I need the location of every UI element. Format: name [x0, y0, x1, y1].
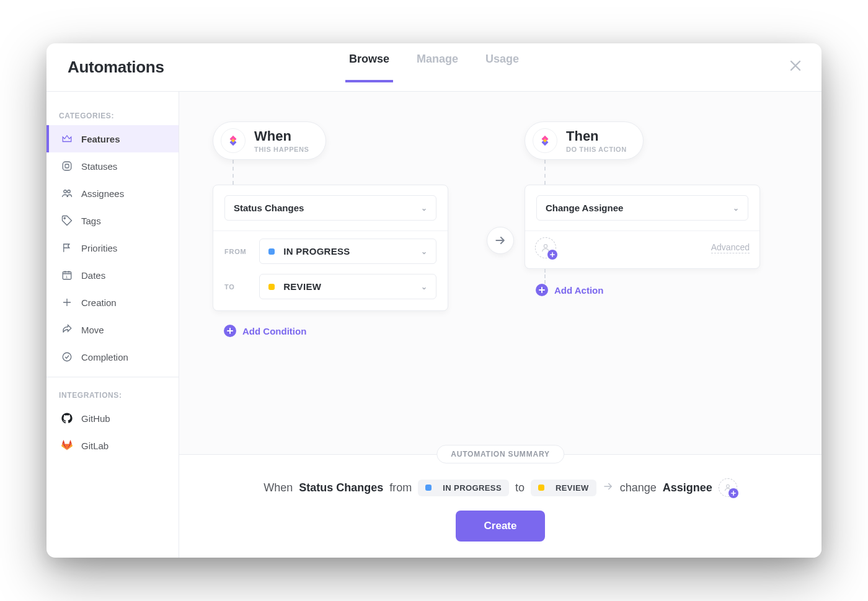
- sidebar-item-assignees[interactable]: Assignees: [46, 180, 179, 207]
- sidebar-item-gitlab[interactable]: GitLab: [46, 432, 179, 459]
- sidebar-categories-label: CATEGORIES:: [46, 104, 179, 125]
- flag-icon: [61, 242, 73, 253]
- automation-summary: AUTOMATION SUMMARY When Status Changes f…: [179, 454, 822, 558]
- status-dot-icon: [425, 485, 432, 491]
- automation-builder: When THIS HAPPENS Status Changes ⌄: [179, 92, 822, 454]
- from-label: FROM: [224, 248, 250, 255]
- sidebar-item-creation[interactable]: Creation: [46, 289, 179, 316]
- add-action-label: Add Action: [554, 285, 603, 296]
- sidebar-item-label: Move: [81, 325, 104, 335]
- chevron-down-icon: ⌄: [421, 204, 427, 213]
- summary-from-pill: IN PROGRESS: [418, 480, 509, 496]
- close-icon[interactable]: [789, 59, 802, 74]
- share-arrow-icon: [61, 324, 73, 335]
- sidebar-item-tags[interactable]: Tags: [46, 207, 179, 234]
- connector-line: [544, 269, 788, 284]
- when-card: Status Changes ⌄ FROM IN PROGRESS: [213, 185, 448, 311]
- trigger-select[interactable]: Status Changes ⌄: [224, 195, 436, 221]
- status-dot-icon: [268, 284, 275, 290]
- sidebar-item-label: Creation: [81, 297, 117, 308]
- modal-body: CATEGORIES: Features Statuses Assignees: [46, 92, 822, 558]
- summary-when: When: [264, 481, 293, 494]
- from-status-select[interactable]: IN PROGRESS ⌄: [259, 239, 436, 264]
- status-dot-icon: [268, 248, 275, 255]
- summary-to-word: to: [515, 481, 525, 494]
- action-select[interactable]: Change Assignee ⌄: [536, 195, 748, 221]
- sidebar-item-dates[interactable]: 1 Dates: [46, 261, 179, 289]
- calendar-icon: 1: [61, 270, 73, 281]
- people-icon: [61, 188, 73, 199]
- connector-line: [544, 160, 788, 185]
- svg-point-3: [68, 190, 71, 193]
- to-status-select[interactable]: REVIEW ⌄: [259, 274, 436, 299]
- modal-header: Automations Browse Manage Usage: [46, 43, 822, 92]
- arrow-right-icon: [603, 481, 614, 495]
- tab-usage[interactable]: Usage: [485, 53, 519, 82]
- then-card: Change Assignee ⌄ Advanced: [525, 185, 760, 269]
- svg-rect-1: [65, 164, 69, 168]
- summary-from-word: from: [389, 481, 412, 494]
- sidebar-item-statuses[interactable]: Statuses: [46, 152, 179, 180]
- plus-icon: [61, 297, 73, 308]
- summary-trigger: Status Changes: [299, 481, 383, 494]
- summary-pill-label: AUTOMATION SUMMARY: [436, 445, 564, 463]
- add-condition-label: Add Condition: [242, 326, 306, 336]
- check-circle-icon: [61, 351, 73, 362]
- sidebar-item-completion[interactable]: Completion: [46, 343, 179, 371]
- mini-plus-icon: [547, 250, 557, 260]
- summary-change-word: change: [620, 481, 657, 494]
- assignee-picker[interactable]: [535, 237, 556, 258]
- clickup-logo-icon: [221, 128, 246, 153]
- tabs: Browse Manage Usage: [349, 53, 519, 82]
- svg-point-2: [64, 190, 67, 193]
- when-title: When: [254, 128, 309, 144]
- page-title: Automations: [68, 58, 164, 77]
- github-icon: [61, 413, 73, 424]
- sidebar-item-label: GitLab: [81, 441, 108, 451]
- sidebar-item-priorities[interactable]: Priorities: [46, 234, 179, 261]
- svg-point-4: [64, 217, 65, 219]
- from-status-value: IN PROGRESS: [268, 246, 350, 257]
- sidebar-item-label: Features: [81, 134, 120, 144]
- main-panel: When THIS HAPPENS Status Changes ⌄: [179, 92, 822, 558]
- svg-point-9: [726, 485, 729, 488]
- sidebar-item-label: Completion: [81, 352, 128, 362]
- chevron-down-icon: ⌄: [421, 247, 427, 256]
- sidebar-item-features[interactable]: Features: [46, 125, 179, 152]
- sidebar-item-label: Statuses: [81, 161, 117, 172]
- sidebar-item-github[interactable]: GitHub: [46, 405, 179, 432]
- add-condition-button[interactable]: Add Condition: [224, 325, 476, 337]
- assignee-picker[interactable]: [719, 478, 737, 497]
- chevron-down-icon: ⌄: [421, 283, 427, 291]
- trigger-value: Status Changes: [234, 203, 304, 213]
- action-value: Change Assignee: [546, 203, 623, 213]
- add-action-button[interactable]: Add Action: [536, 284, 788, 296]
- when-column: When THIS HAPPENS Status Changes ⌄: [213, 121, 476, 454]
- create-button[interactable]: Create: [456, 511, 546, 542]
- sidebar-divider: [46, 377, 179, 377]
- sidebar-item-label: Priorities: [81, 243, 117, 253]
- sidebar-integrations-label: INTEGRATIONS:: [46, 384, 179, 405]
- when-header: When THIS HAPPENS: [213, 121, 326, 160]
- summary-to-pill: REVIEW: [531, 480, 596, 496]
- crown-icon: [61, 133, 73, 144]
- to-status-value: REVIEW: [268, 281, 321, 292]
- plus-circle-icon: [536, 284, 548, 296]
- sidebar-item-label: Tags: [81, 216, 101, 226]
- then-header: Then DO THIS ACTION: [525, 121, 644, 160]
- tag-icon: [61, 215, 73, 226]
- status-dot-icon: [538, 485, 544, 491]
- advanced-link[interactable]: Advanced: [711, 242, 750, 253]
- svg-point-8: [544, 245, 547, 248]
- tab-manage[interactable]: Manage: [417, 53, 458, 82]
- chevron-down-icon: ⌄: [733, 204, 739, 213]
- summary-assignee-word: Assignee: [663, 481, 712, 494]
- tab-browse[interactable]: Browse: [349, 53, 389, 82]
- sidebar-item-move[interactable]: Move: [46, 316, 179, 343]
- plus-circle-icon: [224, 325, 236, 337]
- mini-plus-icon: [728, 488, 738, 498]
- clickup-logo-icon: [533, 128, 557, 153]
- to-label: TO: [224, 283, 250, 291]
- sidebar-item-label: GitHub: [81, 413, 110, 424]
- then-title: Then: [566, 128, 627, 144]
